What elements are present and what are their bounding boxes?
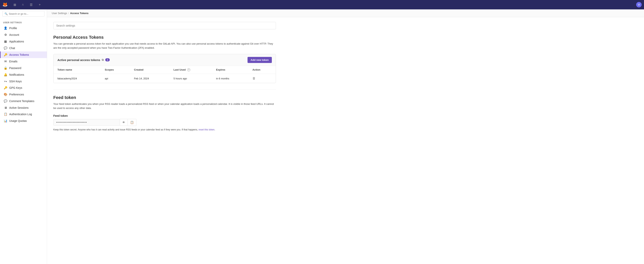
- eye-icon: 👁: [122, 121, 125, 124]
- delete-token-button[interactable]: 🗑: [252, 77, 256, 80]
- gpg-keys-icon: 🔑: [4, 86, 7, 90]
- col-created: Created: [130, 66, 170, 74]
- gitlab-logo: 🦊: [2, 2, 8, 7]
- feed-token-hint: Keep this token secret. Anyone who has i…: [53, 128, 276, 132]
- sidebar-item-applications[interactable]: ▦ Applications: [0, 38, 47, 45]
- sidebar-item-label: SSH Keys: [9, 80, 22, 83]
- card-header: Active personal access tokens ⧉ 1 Add ne…: [54, 54, 276, 66]
- sidebar-item-authentication-log[interactable]: 📋 Authentication Log: [0, 111, 47, 118]
- section-divider: [53, 89, 276, 90]
- sidebar-item-label: Usage Quotas: [9, 119, 27, 123]
- add-new-token-button[interactable]: Add new token: [248, 57, 272, 63]
- search-icon: 🔍: [4, 12, 8, 15]
- token-count-badge: 1: [105, 58, 110, 61]
- notifications-icon: 🔔: [4, 73, 7, 76]
- token-action-cell: 🗑: [248, 74, 276, 83]
- sidebar: 🔍 Search or go to... User settings 👤 Pro…: [0, 9, 47, 264]
- active-tokens-card: Active personal access tokens ⧉ 1 Add ne…: [53, 54, 276, 83]
- col-action: Action: [248, 66, 276, 74]
- layout: 🔍 Search or go to... User settings 👤 Pro…: [0, 9, 644, 264]
- preferences-icon: 🎨: [4, 93, 7, 96]
- sidebar-section-label: User settings: [0, 18, 47, 25]
- token-name-cell: fabacademy2024: [54, 74, 101, 83]
- avatar[interactable]: U: [636, 2, 642, 7]
- sidebar-item-notifications[interactable]: 🔔 Notifications: [0, 71, 47, 78]
- feed-token-desc: Your feed token authenticates you when y…: [53, 102, 276, 110]
- sidebar-item-label: Applications: [9, 40, 24, 43]
- sidebar-item-emails[interactable]: ✉ Emails: [0, 58, 47, 65]
- last-used-info-icon[interactable]: ?: [187, 68, 190, 71]
- clipboard-icon: 📋: [130, 121, 134, 124]
- main-content: User Settings / Access Tokens Personal A…: [47, 9, 644, 264]
- token-expires-cell: in 6 months: [212, 74, 248, 83]
- sidebar-item-chat[interactable]: 💬 Chat: [0, 45, 47, 51]
- password-icon: 🔒: [4, 66, 7, 70]
- chat-icon: 💬: [4, 46, 7, 50]
- search-settings-input[interactable]: [53, 22, 276, 29]
- table-row: fabacademy2024 api Feb 14, 2024 5 hours …: [54, 74, 276, 83]
- topbar-activity-tab[interactable]: ☰: [27, 2, 35, 8]
- active-sessions-icon: 🖥: [4, 106, 7, 109]
- sidebar-item-active-sessions[interactable]: 🖥 Active Sessions: [0, 104, 47, 111]
- col-scopes: Scopes: [101, 66, 130, 74]
- sidebar-item-label: Preferences: [9, 93, 24, 96]
- sidebar-item-label: Active Sessions: [9, 106, 28, 109]
- profile-icon: 👤: [4, 26, 7, 30]
- topbar-merge-tab[interactable]: ⑃: [19, 2, 27, 8]
- copy-icon: ⧉: [102, 58, 104, 62]
- card-header-title: Active personal access tokens ⧉ 1: [58, 58, 110, 62]
- comment-templates-icon: 💬: [4, 99, 7, 103]
- feed-token-input[interactable]: [53, 119, 120, 126]
- sidebar-item-label: Profile: [9, 27, 17, 30]
- account-icon: ⚙: [4, 33, 7, 37]
- token-last-used-cell: 5 hours ago: [170, 74, 212, 83]
- sidebar-item-password[interactable]: 🔒 Password: [0, 65, 47, 71]
- breadcrumb-current: Access Tokens: [70, 12, 88, 15]
- col-last-used: Last Used ?: [170, 66, 212, 74]
- sidebar-item-preferences[interactable]: 🎨 Preferences: [0, 91, 47, 98]
- breadcrumb-separator: /: [68, 12, 69, 15]
- toggle-token-visibility-button[interactable]: 👁: [120, 119, 128, 126]
- breadcrumb-parent[interactable]: User Settings: [52, 12, 67, 15]
- sidebar-item-label: GPG Keys: [9, 86, 22, 89]
- token-created-cell: Feb 14, 2024: [130, 74, 170, 83]
- feed-token-label: Feed token: [53, 114, 276, 117]
- personal-access-tokens-title: Personal Access Tokens: [53, 35, 276, 40]
- feed-token-title: Feed token: [53, 95, 276, 100]
- sidebar-item-label: Account: [9, 33, 19, 36]
- applications-icon: ▦: [4, 40, 7, 43]
- sidebar-item-label: Access Tokens: [9, 53, 29, 56]
- tokens-table-body: fabacademy2024 api Feb 14, 2024 5 hours …: [54, 74, 276, 83]
- reset-token-link[interactable]: reset this token: [198, 128, 214, 131]
- sidebar-item-comment-templates[interactable]: 💬 Comment Templates: [0, 98, 47, 104]
- topbar-home-tab[interactable]: ⊞: [11, 2, 19, 8]
- col-token-name: Token name: [54, 66, 101, 74]
- sidebar-item-usage-quotas[interactable]: 📊 Usage Quotas: [0, 118, 47, 124]
- sidebar-item-label: Chat: [9, 47, 15, 50]
- sidebar-item-access-tokens[interactable]: 🔑 Access Tokens: [0, 51, 47, 58]
- ssh-keys-icon: 🗝: [4, 80, 7, 83]
- topbar-add-button[interactable]: +: [37, 2, 42, 8]
- sidebar-search-label: Search or go to...: [9, 12, 28, 15]
- sidebar-item-label: Password: [9, 66, 21, 70]
- tokens-table-head: Token name Scopes Created Last Used ? Ex…: [54, 66, 276, 74]
- sidebar-item-label: Emails: [9, 60, 18, 63]
- usage-quotas-icon: 📊: [4, 119, 7, 123]
- personal-access-tokens-desc: You can generate a personal access token…: [53, 42, 276, 50]
- sidebar-search[interactable]: 🔍 Search or go to...: [2, 11, 44, 17]
- token-scopes-cell: api: [101, 74, 130, 83]
- card-title-text: Active personal access tokens: [58, 58, 100, 62]
- sidebar-item-account[interactable]: ⚙ Account: [0, 31, 47, 38]
- authentication-log-icon: 📋: [4, 113, 7, 116]
- sidebar-item-ssh-keys[interactable]: 🗝 SSH Keys: [0, 78, 47, 85]
- copy-token-button[interactable]: 📋: [128, 119, 136, 126]
- sidebar-item-label: Comment Templates: [9, 100, 34, 103]
- sidebar-item-profile[interactable]: 👤 Profile: [0, 25, 47, 31]
- feed-token-section: Feed token 👁 📋 Keep this token secret. A…: [53, 114, 276, 132]
- col-expires: Expires: [212, 66, 248, 74]
- topbar-tabs: ⊞ ⑃ ☰: [11, 2, 35, 8]
- sidebar-item-label: Notifications: [9, 73, 24, 76]
- topbar: 🦊 ⊞ ⑃ ☰ + U: [0, 0, 644, 9]
- page-content: Personal Access Tokens You can generate …: [47, 17, 282, 136]
- sidebar-item-gpg-keys[interactable]: 🔑 GPG Keys: [0, 85, 47, 91]
